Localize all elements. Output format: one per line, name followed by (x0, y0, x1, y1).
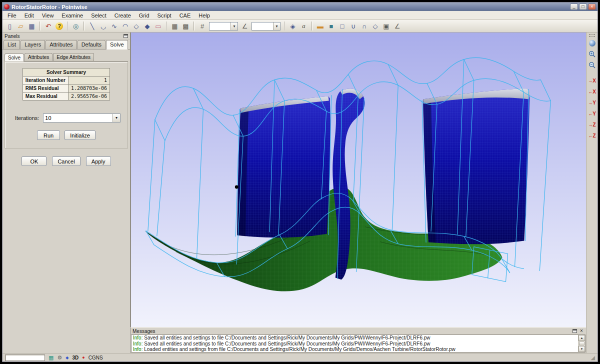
block-icon[interactable]: ■ (326, 21, 336, 32)
view-toolbar: →X ←X →Y ←Y →Z ←Z (586, 32, 598, 353)
cancel-button[interactable]: Cancel (52, 156, 80, 166)
initialize-button[interactable]: Initialize (64, 130, 96, 140)
arc-curve-icon[interactable]: ◡ (98, 21, 108, 32)
chevron-down-icon[interactable]: ▾ (230, 22, 238, 30)
menu-examine[interactable]: Examine (58, 12, 87, 20)
dimension-icon[interactable]: # (197, 21, 208, 32)
toolbar-grip[interactable] (589, 34, 595, 37)
restore-button[interactable]: □ (579, 4, 587, 10)
line-curve-icon[interactable]: ╲ (87, 21, 98, 32)
log-line: Info: Saved all entities and settings to… (132, 335, 585, 341)
revolve-icon[interactable]: ◆ (142, 21, 152, 32)
subtab-solve[interactable]: Solve (4, 54, 24, 62)
messages-scrollbar[interactable]: ▴ ▾ (578, 335, 585, 352)
ok-button[interactable]: OK (22, 156, 46, 166)
float-messages-icon[interactable] (572, 329, 577, 333)
scroll-down-icon[interactable]: ▾ (578, 346, 585, 352)
tab-solve[interactable]: Solve (106, 40, 128, 50)
reset-view-button[interactable] (588, 38, 597, 48)
angle-combobox[interactable]: ▾ (252, 22, 280, 30)
menu-file[interactable]: File (4, 12, 20, 20)
layer-grid-icon[interactable]: ▦ (48, 354, 54, 361)
erase-icon[interactable]: ▭ (153, 21, 164, 32)
angle-icon[interactable]: ∠ (240, 21, 250, 32)
menu-create[interactable]: Create (110, 12, 135, 20)
attributes-icon[interactable]: a (298, 21, 309, 32)
domain-icon[interactable]: □ (337, 21, 348, 32)
measure-icon[interactable]: ∠ (392, 21, 402, 32)
menu-view[interactable]: View (38, 12, 58, 20)
minimize-button[interactable]: _ (570, 4, 578, 10)
tools-icon[interactable]: ⚙ (57, 354, 62, 361)
split-icon[interactable]: ∩ (359, 21, 370, 32)
subtab-edge-attributes[interactable]: Edge Attributes (53, 53, 94, 61)
new-icon[interactable]: ▯ (4, 21, 15, 32)
window-titlebar[interactable]: RotorStatorRotor - Pointwise _ □ × (2, 2, 598, 11)
view-plus-x-button[interactable]: →X (588, 76, 597, 86)
spline-curve-icon[interactable]: ∿ (109, 21, 120, 32)
float-panel-icon[interactable] (124, 34, 128, 38)
conic-curve-icon[interactable]: ◠ (120, 21, 130, 32)
database-icon[interactable]: ◇ (370, 21, 380, 32)
iterations-label: Iterations: (15, 115, 39, 121)
surface-icon[interactable]: ◇ (131, 21, 142, 32)
dimension-input[interactable] (210, 23, 230, 30)
chevron-down-icon[interactable]: ▾ (273, 22, 280, 30)
solver-summary-title: Solver Summary (22, 68, 110, 76)
menu-script[interactable]: Script (154, 12, 176, 20)
toolbar-separator (84, 22, 84, 30)
axis-label: X (592, 89, 596, 94)
chevron-down-icon[interactable]: ▾ (112, 114, 120, 122)
pick-icon[interactable]: ◎ (70, 21, 81, 32)
view-minus-x-button[interactable]: ←X (588, 87, 597, 96)
subtab-attributes[interactable]: Attributes (24, 53, 52, 61)
tab-attributes[interactable]: Attributes (46, 40, 76, 49)
resize-grip[interactable]: ◢ (591, 354, 595, 360)
zoom-out-button[interactable] (588, 60, 597, 70)
quilt-icon[interactable]: ▣ (381, 21, 392, 32)
messages-header: Messages × (130, 328, 586, 334)
viewport-3d[interactable] (130, 32, 586, 327)
view-minus-z-button[interactable]: ←Z (588, 131, 597, 140)
menu-help[interactable]: Help (194, 12, 214, 20)
iterations-combobox[interactable]: ▾ (43, 114, 120, 122)
view-plus-z-button[interactable]: →Z (588, 120, 597, 130)
messages-log[interactable]: Info: Saved all entities and settings to… (131, 334, 586, 352)
join-icon[interactable]: ∪ (348, 21, 358, 32)
tab-defaults[interactable]: Defaults (78, 40, 106, 49)
scroll-up-icon[interactable]: ▴ (578, 335, 585, 341)
dimension-combobox[interactable]: ▾ (209, 22, 238, 30)
axis-label: X (592, 78, 596, 84)
undo-icon[interactable]: ↶ (43, 21, 54, 32)
main-area: Panels List Layers Attributes Defaults S… (2, 32, 598, 353)
hybrid-grid-icon[interactable]: ▩ (180, 21, 191, 32)
panels-dock: Panels List Layers Attributes Defaults S… (2, 32, 130, 353)
menu-grid[interactable]: Grid (135, 12, 154, 20)
apply-button[interactable]: Apply (86, 156, 111, 166)
run-button[interactable]: Run (37, 130, 60, 140)
menu-edit[interactable]: Edit (20, 12, 38, 20)
save-icon[interactable]: ▦ (26, 21, 37, 32)
pick-point[interactable] (235, 185, 238, 188)
viewport-3d-scene[interactable] (131, 32, 586, 327)
view-plus-y-button[interactable]: →Y (588, 98, 597, 108)
copy-icon[interactable]: ◈ (288, 21, 298, 32)
help-icon[interactable]: ? (54, 21, 64, 32)
menu-select[interactable]: Select (87, 12, 110, 20)
close-button[interactable]: × (588, 4, 596, 10)
open-icon[interactable]: ▱ (16, 21, 26, 32)
toolbar-separator (284, 22, 285, 30)
close-messages-icon[interactable]: × (579, 328, 584, 334)
iterations-input[interactable] (44, 115, 112, 121)
zoom-in-button[interactable] (588, 50, 597, 59)
structured-grid-icon[interactable]: ▦ (170, 21, 180, 32)
menu-cae[interactable]: CAE (176, 12, 195, 20)
rms-residual-label: RMS Residual (22, 84, 68, 92)
command-input[interactable] (5, 354, 45, 361)
tab-list[interactable]: List (4, 40, 20, 49)
view-minus-y-button[interactable]: ←Y (588, 109, 597, 118)
tab-layers[interactable]: Layers (20, 40, 45, 49)
mask-icon[interactable]: ▬ (315, 21, 326, 32)
angle-input[interactable] (252, 23, 273, 30)
scroll-thumb[interactable] (579, 342, 584, 346)
